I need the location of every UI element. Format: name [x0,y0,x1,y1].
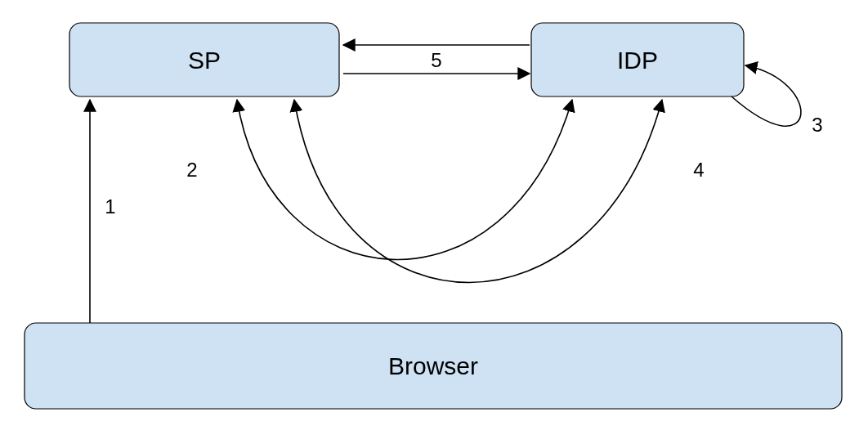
edge-2: 2 [186,100,572,259]
saml-flow-diagram: SP IDP Browser 1 2 4 3 5 [0,0,868,426]
edge-3-label: 3 [812,114,822,136]
edge-1: 1 [90,100,116,323]
edge-2-label: 2 [186,159,197,181]
node-sp-label: SP [188,47,221,74]
node-browser-label: Browser [388,352,478,379]
node-browser: Browser [25,323,842,409]
edge-3: 3 [732,65,823,136]
edge-5: 5 [343,45,530,74]
node-idp-label: IDP [617,47,658,74]
node-idp: IDP [531,23,744,96]
edge-1-label: 1 [105,195,115,217]
edge-4-label: 4 [693,159,704,181]
edge-5-label: 5 [431,49,441,71]
node-sp: SP [69,23,339,96]
edge-4: 4 [294,100,705,283]
